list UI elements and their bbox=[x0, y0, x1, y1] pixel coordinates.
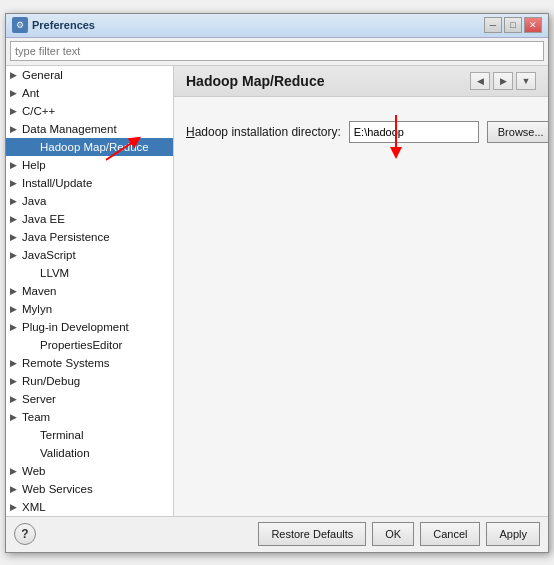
ok-button[interactable]: OK bbox=[372, 522, 414, 546]
sidebar-arrow-icon: ▶ bbox=[10, 106, 22, 116]
sidebar-item-label: LLVM bbox=[40, 267, 69, 279]
sidebar-item-cpp[interactable]: ▶C/C++ bbox=[6, 102, 173, 120]
sidebar-arrow-icon: ▶ bbox=[10, 160, 22, 170]
sidebar-item-label: Team bbox=[22, 411, 50, 423]
sidebar-item-java-persistence[interactable]: ▶Java Persistence bbox=[6, 228, 173, 246]
main-content: ▶General▶Ant▶C/C++▶Data ManagementHadoop… bbox=[6, 66, 548, 516]
browse-button[interactable]: Browse... bbox=[487, 121, 548, 143]
title-bar-controls: ─ □ ✕ bbox=[484, 17, 542, 33]
sidebar-arrow-icon: ▶ bbox=[10, 70, 22, 80]
sidebar-item-label: Install/Update bbox=[22, 177, 92, 189]
sidebar-item-help[interactable]: ▶Help bbox=[6, 156, 173, 174]
sidebar-item-label: Plug-in Development bbox=[22, 321, 129, 333]
sidebar-item-label: Server bbox=[22, 393, 56, 405]
sidebar-item-remote-systems[interactable]: ▶Remote Systems bbox=[6, 354, 173, 372]
sidebar-item-data-management[interactable]: ▶Data Management bbox=[6, 120, 173, 138]
sidebar-arrow-icon: ▶ bbox=[10, 250, 22, 260]
sidebar-arrow-icon: ▶ bbox=[10, 196, 22, 206]
sidebar-item-java-ee[interactable]: ▶Java EE bbox=[6, 210, 173, 228]
sidebar-item-terminal[interactable]: Terminal bbox=[6, 426, 173, 444]
sidebar-arrow-icon: ▶ bbox=[10, 232, 22, 242]
sidebar-item-label: PropertiesEditor bbox=[40, 339, 122, 351]
sidebar-item-label: C/C++ bbox=[22, 105, 55, 117]
apply-button[interactable]: Apply bbox=[486, 522, 540, 546]
sidebar-arrow-icon: ▶ bbox=[10, 376, 22, 386]
sidebar-item-label: Terminal bbox=[40, 429, 83, 441]
filter-toolbar bbox=[6, 38, 548, 66]
sidebar-item-label: Validation bbox=[40, 447, 90, 459]
sidebar-item-team[interactable]: ▶Team bbox=[6, 408, 173, 426]
close-button[interactable]: ✕ bbox=[524, 17, 542, 33]
sidebar-arrow-icon: ▶ bbox=[10, 88, 22, 98]
panel-body: Hadoop installation directory: Browse... bbox=[174, 97, 548, 516]
sidebar-item-label: Data Management bbox=[22, 123, 117, 135]
restore-defaults-button[interactable]: Restore Defaults bbox=[258, 522, 366, 546]
cancel-button[interactable]: Cancel bbox=[420, 522, 480, 546]
sidebar-item-label: Remote Systems bbox=[22, 357, 110, 369]
sidebar-item-label: Java EE bbox=[22, 213, 65, 225]
window-icon: ⚙ bbox=[12, 17, 28, 33]
sidebar-arrow-icon: ▶ bbox=[10, 394, 22, 404]
bottom-bar: ? Restore Defaults OK Cancel Apply bbox=[6, 516, 548, 552]
sidebar-arrow-icon: ▶ bbox=[10, 286, 22, 296]
sidebar-arrow-icon: ▶ bbox=[10, 178, 22, 188]
sidebar-item-web[interactable]: ▶Web bbox=[6, 462, 173, 480]
right-panel: Hadoop Map/Reduce ◀ ▶ ▼ Hadoop installat… bbox=[174, 66, 548, 516]
sidebar-arrow-icon: ▶ bbox=[10, 358, 22, 368]
help-button[interactable]: ? bbox=[14, 523, 36, 545]
sidebar-item-properties-editor[interactable]: PropertiesEditor bbox=[6, 336, 173, 354]
sidebar-item-label: Web bbox=[22, 465, 45, 477]
panel-header: Hadoop Map/Reduce ◀ ▶ ▼ bbox=[174, 66, 548, 97]
sidebar-item-label: Java bbox=[22, 195, 46, 207]
sidebar-item-llvm[interactable]: LLVM bbox=[6, 264, 173, 282]
hadoop-dir-row: Hadoop installation directory: Browse... bbox=[186, 121, 536, 143]
sidebar-item-run-debug[interactable]: ▶Run/Debug bbox=[6, 372, 173, 390]
sidebar: ▶General▶Ant▶C/C++▶Data ManagementHadoop… bbox=[6, 66, 174, 516]
sidebar-arrow-icon: ▶ bbox=[10, 412, 22, 422]
title-bar: ⚙ Preferences ─ □ ✕ bbox=[6, 14, 548, 38]
sidebar-item-hadoop-mapreduce[interactable]: Hadoop Map/Reduce bbox=[6, 138, 173, 156]
sidebar-item-xml[interactable]: ▶XML bbox=[6, 498, 173, 516]
sidebar-item-label: Web Services bbox=[22, 483, 93, 495]
sidebar-item-javascript[interactable]: ▶JavaScript bbox=[6, 246, 173, 264]
window-title: Preferences bbox=[32, 19, 484, 31]
sidebar-item-plugin-development[interactable]: ▶Plug-in Development bbox=[6, 318, 173, 336]
sidebar-item-ant[interactable]: ▶Ant bbox=[6, 84, 173, 102]
nav-forward-button[interactable]: ▶ bbox=[493, 72, 513, 90]
sidebar-item-general[interactable]: ▶General bbox=[6, 66, 173, 84]
sidebar-item-mylyn[interactable]: ▶Mylyn bbox=[6, 300, 173, 318]
sidebar-arrow-icon: ▶ bbox=[10, 466, 22, 476]
sidebar-item-label: Run/Debug bbox=[22, 375, 80, 387]
preferences-window: ⚙ Preferences ─ □ ✕ ▶General▶Ant▶C/C++▶D… bbox=[5, 13, 549, 553]
sidebar-item-label: General bbox=[22, 69, 63, 81]
sidebar-arrow-icon: ▶ bbox=[10, 304, 22, 314]
sidebar-item-label: Java Persistence bbox=[22, 231, 110, 243]
nav-dropdown-button[interactable]: ▼ bbox=[516, 72, 536, 90]
filter-input[interactable] bbox=[10, 41, 544, 61]
sidebar-arrow-icon: ▶ bbox=[10, 214, 22, 224]
sidebar-item-label: Ant bbox=[22, 87, 39, 99]
sidebar-item-label: Mylyn bbox=[22, 303, 52, 315]
sidebar-item-label: Maven bbox=[22, 285, 57, 297]
sidebar-item-java[interactable]: ▶Java bbox=[6, 192, 173, 210]
sidebar-item-label: Hadoop Map/Reduce bbox=[40, 141, 149, 153]
sidebar-item-label: Help bbox=[22, 159, 46, 171]
minimize-button[interactable]: ─ bbox=[484, 17, 502, 33]
restore-button[interactable]: □ bbox=[504, 17, 522, 33]
hadoop-dir-label: Hadoop installation directory: bbox=[186, 125, 341, 139]
nav-back-button[interactable]: ◀ bbox=[470, 72, 490, 90]
sidebar-arrow-icon: ▶ bbox=[10, 484, 22, 494]
sidebar-arrow-icon: ▶ bbox=[10, 124, 22, 134]
sidebar-item-web-services[interactable]: ▶Web Services bbox=[6, 480, 173, 498]
sidebar-arrow-icon: ▶ bbox=[10, 502, 22, 512]
sidebar-item-validation[interactable]: Validation bbox=[6, 444, 173, 462]
sidebar-item-label: JavaScript bbox=[22, 249, 76, 261]
sidebar-item-label: XML bbox=[22, 501, 46, 513]
panel-nav: ◀ ▶ ▼ bbox=[470, 72, 536, 90]
hadoop-dir-input[interactable] bbox=[349, 121, 479, 143]
sidebar-arrow-icon: ▶ bbox=[10, 322, 22, 332]
panel-title: Hadoop Map/Reduce bbox=[186, 73, 324, 89]
sidebar-item-maven[interactable]: ▶Maven bbox=[6, 282, 173, 300]
sidebar-item-server[interactable]: ▶Server bbox=[6, 390, 173, 408]
sidebar-item-install-update[interactable]: ▶Install/Update bbox=[6, 174, 173, 192]
